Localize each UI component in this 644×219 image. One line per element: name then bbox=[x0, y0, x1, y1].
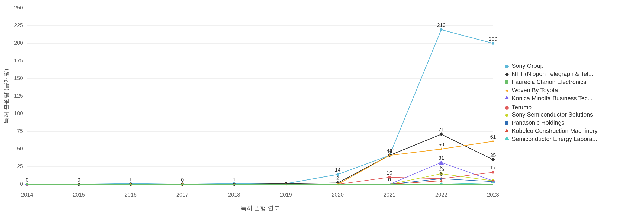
x-tick-2016: 2016 bbox=[125, 192, 137, 198]
y-tick-225: 225 bbox=[14, 22, 23, 28]
legend-terumo-icon bbox=[505, 106, 509, 110]
label-sony-2022: 219 bbox=[437, 22, 446, 28]
faurecia-marker-2014 bbox=[26, 183, 28, 185]
label-sony-2016: 1 bbox=[129, 176, 132, 182]
legend-konica-icon bbox=[505, 96, 509, 99]
label-sonysemi-2021: 0 bbox=[388, 177, 391, 182]
label-woven-2023: 61 bbox=[490, 134, 496, 140]
label-terumo-2023: 17 bbox=[490, 165, 496, 170]
woven-dot-2023 bbox=[491, 140, 495, 143]
legend-kobelco-label: Kobelco Construction Machinery bbox=[512, 127, 598, 134]
x-tick-2014: 2014 bbox=[21, 192, 33, 198]
legend-panasonic-icon bbox=[505, 121, 508, 125]
label-sony-2020: 14 bbox=[335, 167, 341, 173]
konica-line bbox=[27, 162, 493, 184]
y-tick-25: 25 bbox=[17, 163, 23, 169]
legend-kobelco-icon bbox=[505, 128, 508, 132]
ntt-dot-2022 bbox=[439, 132, 443, 136]
x-tick-2022: 2022 bbox=[435, 192, 447, 198]
label-sony-2023: 200 bbox=[489, 36, 497, 42]
ntt-dot-2023 bbox=[491, 158, 495, 162]
legend-faurecia-label: Faurecia Clarion Electronics bbox=[512, 79, 586, 85]
woven-toyota-line bbox=[27, 141, 493, 184]
label-konica-2022: 31 bbox=[438, 155, 444, 161]
label-sony-2017: 0 bbox=[181, 177, 184, 183]
x-tick-2019: 2019 bbox=[280, 192, 292, 198]
legend-panasonic-label: Panasonic Holdings bbox=[512, 119, 564, 126]
sony-semi-line bbox=[27, 174, 493, 184]
label-ntt-2022: 71 bbox=[438, 127, 444, 133]
legend-sony-group-icon bbox=[505, 65, 509, 68]
terumo-dot-2023 bbox=[492, 171, 494, 174]
label-sony-2015: 0 bbox=[78, 177, 80, 183]
label-sony-2014: 0 bbox=[26, 177, 29, 183]
label-ntt-2020: 2 bbox=[336, 175, 339, 181]
legend-faurecia-icon bbox=[505, 80, 508, 84]
y-axis-title: 특허 출원량 (공개량) bbox=[3, 69, 9, 124]
x-tick-2021: 2021 bbox=[384, 192, 396, 198]
y-tick-125: 125 bbox=[14, 93, 23, 99]
x-axis-title: 특허 발행 연도 bbox=[241, 205, 280, 211]
legend-sonysemi-label: Sony Semiconductor Solutions bbox=[512, 111, 593, 118]
x-tick-2015: 2015 bbox=[73, 192, 85, 198]
terumo-line bbox=[27, 172, 493, 184]
legend-ntt-label: NTT (Nippon Telegraph & Tel... bbox=[512, 70, 593, 77]
chart-container: 0 25 50 75 100 125 150 175 200 225 250 특… bbox=[0, 0, 644, 219]
label-woven-2022: 50 bbox=[438, 142, 444, 147]
label-sony-2018: 1 bbox=[233, 176, 236, 182]
label-ntt-2023: 35 bbox=[490, 152, 496, 158]
y-tick-150: 150 bbox=[14, 75, 23, 81]
legend-woven-icon bbox=[505, 89, 508, 92]
y-tick-50: 50 bbox=[17, 146, 23, 152]
sony-group-dot-2023 bbox=[492, 42, 494, 45]
ntt-line bbox=[27, 134, 493, 184]
legend-sonysemi-icon bbox=[505, 113, 509, 117]
y-tick-100: 100 bbox=[14, 110, 23, 116]
x-tick-2023: 2023 bbox=[487, 192, 499, 198]
sony-group-dot-2022 bbox=[440, 28, 443, 31]
x-tick-2017: 2017 bbox=[176, 192, 189, 198]
legend-sony-group-label: Sony Group bbox=[512, 62, 543, 69]
label-terumo-2021: 10 bbox=[387, 170, 392, 176]
legend-konica-label: Konica Minolta Business Tec... bbox=[512, 95, 593, 102]
legend-semi-energy-label: Semiconductor Energy Labora... bbox=[512, 136, 597, 142]
y-tick-0: 0 bbox=[20, 181, 23, 187]
legend-semi-energy-icon bbox=[504, 136, 509, 140]
y-tick-250: 250 bbox=[14, 5, 23, 11]
legend-terumo-label: Terumo bbox=[512, 104, 532, 111]
label-sony-2019: 1 bbox=[285, 176, 288, 182]
legend-ntt-icon bbox=[505, 73, 509, 76]
legend-woven-label: Woven By Toyota bbox=[512, 87, 558, 94]
y-tick-175: 175 bbox=[14, 57, 23, 63]
x-tick-2018: 2018 bbox=[228, 192, 240, 198]
x-tick-2020: 2020 bbox=[332, 192, 344, 198]
label-panasonic-2022: 8 bbox=[440, 171, 443, 177]
label-woven-2021: 41 bbox=[389, 148, 395, 153]
y-tick-75: 75 bbox=[17, 128, 23, 134]
y-tick-200: 200 bbox=[14, 40, 23, 46]
sony-group-line bbox=[27, 30, 493, 184]
